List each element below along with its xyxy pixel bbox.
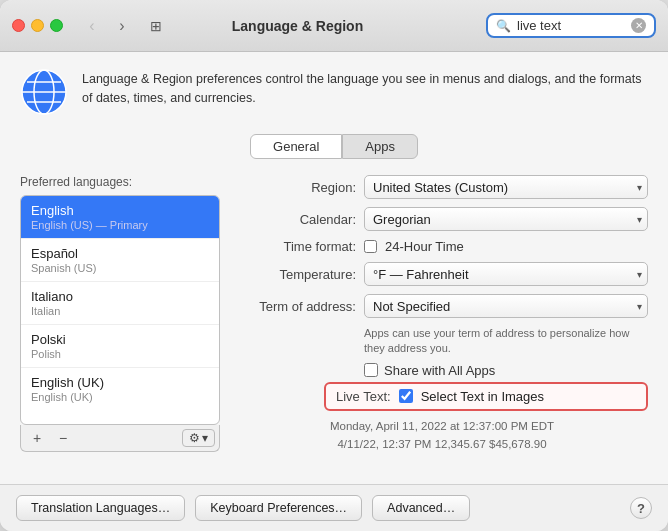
calendar-select-wrapper: Gregorian ▾ [364, 207, 648, 231]
tab-general[interactable]: General [250, 134, 342, 159]
term-note: Apps can use your term of address to per… [364, 326, 648, 357]
advanced-button[interactable]: Advanced… [372, 495, 470, 521]
share-checkbox[interactable] [364, 363, 378, 377]
language-sub: Italian [31, 305, 209, 317]
temperature-select-wrapper: °F — Fahrenheit ▾ [364, 262, 648, 286]
globe-icon [20, 68, 68, 116]
content-area: Language & Region preferences control th… [0, 52, 668, 484]
term-select[interactable]: Not Specified [364, 294, 648, 318]
list-item[interactable]: Polski Polish [21, 325, 219, 368]
date-preview: Monday, April 11, 2022 at 12:37:00 PM ED… [236, 417, 648, 454]
temperature-select[interactable]: °F — Fahrenheit [364, 262, 648, 286]
minimize-button[interactable] [31, 19, 44, 32]
list-item[interactable]: Español Spanish (US) [21, 239, 219, 282]
temperature-label: Temperature: [236, 267, 356, 282]
language-section: Preferred languages: English English (US… [20, 175, 220, 470]
language-list: English English (US) — Primary Español S… [20, 195, 220, 425]
settings-section: Region: United States (Custom) ▾ Calenda… [236, 175, 648, 470]
search-box: 🔍 ✕ [486, 13, 656, 38]
main-panel: Preferred languages: English English (US… [20, 175, 648, 470]
time-format-row: Time format: 24-Hour Time [236, 239, 648, 254]
info-header: Language & Region preferences control th… [20, 66, 648, 122]
region-row: Region: United States (Custom) ▾ [236, 175, 648, 199]
close-button[interactable] [12, 19, 25, 32]
language-name: Polski [31, 332, 209, 347]
temperature-row: Temperature: °F — Fahrenheit ▾ [236, 262, 648, 286]
gear-icon: ⚙ [189, 431, 200, 445]
add-language-button[interactable]: + [25, 427, 49, 449]
live-text-checkbox[interactable] [399, 389, 413, 403]
term-label: Term of address: [236, 299, 356, 314]
region-select-wrapper: United States (Custom) ▾ [364, 175, 648, 199]
maximize-button[interactable] [50, 19, 63, 32]
tab-apps[interactable]: Apps [342, 134, 418, 159]
list-item[interactable]: English (UK) English (UK) [21, 368, 219, 410]
language-sub: Spanish (US) [31, 262, 209, 274]
language-name: Español [31, 246, 209, 261]
share-row: Share with All Apps [364, 363, 648, 378]
time-format-label: Time format: [236, 239, 356, 254]
language-toolbar: + − ⚙ ▾ [20, 425, 220, 452]
time-format-check-label: 24-Hour Time [385, 239, 464, 254]
live-text-section: Live Text: Select Text in Images [324, 382, 648, 411]
keyboard-preferences-button[interactable]: Keyboard Preferences… [195, 495, 362, 521]
language-sub: English (UK) [31, 391, 209, 403]
term-row: Term of address: Not Specified ▾ [236, 294, 648, 318]
bottom-bar: Translation Languages… Keyboard Preferen… [0, 484, 668, 531]
calendar-row: Calendar: Gregorian ▾ [236, 207, 648, 231]
language-name: English [31, 203, 209, 218]
language-gear-button[interactable]: ⚙ ▾ [182, 429, 215, 447]
region-label: Region: [236, 180, 356, 195]
traffic-lights [12, 19, 63, 32]
list-item[interactable]: English English (US) — Primary [21, 196, 219, 239]
date-preview-line1: Monday, April 11, 2022 at 12:37:00 PM ED… [236, 417, 648, 435]
live-text-label: Live Text: [336, 389, 391, 404]
list-item[interactable]: Italiano Italian [21, 282, 219, 325]
time-format-controls: 24-Hour Time [364, 239, 464, 254]
help-button[interactable]: ? [630, 497, 652, 519]
gear-chevron: ▾ [202, 431, 208, 445]
share-label: Share with All Apps [384, 363, 495, 378]
tab-bar: General Apps [20, 134, 648, 159]
date-preview-line2: 4/11/22, 12:37 PM 12,345.67 $45,678.90 [236, 435, 648, 453]
clear-search-button[interactable]: ✕ [631, 18, 646, 33]
languages-label: Preferred languages: [20, 175, 220, 189]
region-select[interactable]: United States (Custom) [364, 175, 648, 199]
search-input[interactable] [517, 18, 625, 33]
main-window: ‹ › ⊞ Language & Region 🔍 ✕ Language & R… [0, 0, 668, 531]
calendar-label: Calendar: [236, 212, 356, 227]
language-name: English (UK) [31, 375, 209, 390]
language-name: Italiano [31, 289, 209, 304]
time-format-checkbox[interactable] [364, 240, 377, 253]
calendar-select[interactable]: Gregorian [364, 207, 648, 231]
remove-language-button[interactable]: − [51, 427, 75, 449]
term-select-wrapper: Not Specified ▾ [364, 294, 648, 318]
language-sub: Polish [31, 348, 209, 360]
titlebar: ‹ › ⊞ Language & Region 🔍 ✕ [0, 0, 668, 52]
live-text-description: Select Text in Images [421, 389, 544, 404]
window-title: Language & Region [117, 18, 478, 34]
back-button[interactable]: ‹ [79, 16, 105, 36]
translation-languages-button[interactable]: Translation Languages… [16, 495, 185, 521]
info-description: Language & Region preferences control th… [82, 66, 648, 108]
search-icon: 🔍 [496, 19, 511, 33]
language-sub: English (US) — Primary [31, 219, 209, 231]
